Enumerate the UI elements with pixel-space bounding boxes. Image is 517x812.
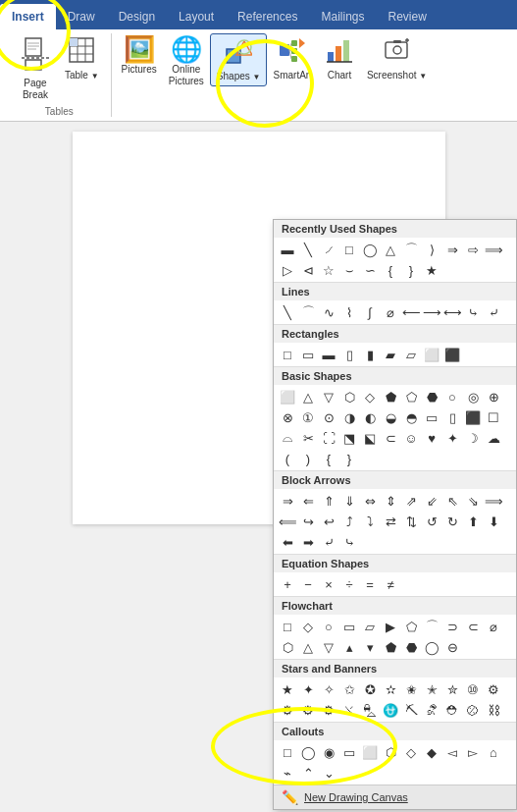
shape-item[interactable]: ⤷	[463, 302, 483, 322]
shape-item[interactable]: ✪	[360, 679, 380, 699]
shape-item[interactable]: ⊖	[442, 637, 462, 657]
shape-item[interactable]: ⟹	[484, 240, 503, 259]
screenshot-button[interactable]: Screenshot ▼	[361, 33, 433, 84]
shape-item[interactable]: ◐	[360, 407, 380, 427]
shape-item[interactable]: ▭	[339, 742, 359, 762]
shape-item[interactable]: ✦	[298, 679, 318, 699]
shape-item[interactable]: □	[339, 240, 359, 259]
shape-item[interactable]: ↩	[319, 512, 338, 531]
shape-item[interactable]: ⬣	[422, 387, 441, 406]
shape-item[interactable]: ⌁	[278, 763, 297, 783]
shape-item[interactable]: ▾	[360, 637, 380, 657]
shape-item[interactable]: ⊗	[278, 407, 297, 427]
shape-item[interactable]: ▬	[319, 345, 338, 364]
shape-item[interactable]: (	[278, 449, 297, 468]
shape-item[interactable]: ⬆	[463, 512, 483, 531]
shape-item[interactable]: ⬛	[442, 345, 462, 364]
shape-item[interactable]: ⟹	[484, 491, 503, 511]
shape-item[interactable]: ✮	[442, 679, 462, 699]
shape-item[interactable]: ◑	[339, 407, 359, 427]
shape-item[interactable]: △	[381, 240, 400, 259]
shape-item[interactable]: ⊲	[298, 260, 318, 280]
shape-item[interactable]: ⤶	[484, 302, 503, 322]
shape-item[interactable]: ⬣	[401, 637, 421, 657]
shape-item[interactable]: ⌂	[484, 742, 503, 762]
shape-item[interactable]: {	[381, 260, 400, 280]
shape-item[interactable]: ⬛	[463, 407, 483, 427]
shape-item[interactable]: ⬔	[339, 428, 359, 448]
shape-item[interactable]: ▱	[401, 345, 421, 364]
shape-item[interactable]: ⬜	[422, 345, 441, 364]
shape-item[interactable]: ╲	[278, 302, 297, 322]
table-button[interactable]: Table ▼	[59, 33, 105, 84]
shape-item[interactable]: ✬	[401, 679, 421, 699]
shape-item[interactable]: ①	[298, 407, 318, 427]
shape-item[interactable]: ⌒	[422, 617, 441, 636]
shape-item[interactable]: ☐	[484, 407, 503, 427]
shape-item[interactable]: ⊂	[463, 617, 483, 636]
shape-item[interactable]: ⇐	[298, 491, 318, 511]
shape-item[interactable]: ⇄	[381, 512, 400, 531]
shape-item[interactable]: ⟶	[422, 302, 441, 322]
shape-item[interactable]: ✂	[298, 428, 318, 448]
tab-references[interactable]: References	[226, 4, 309, 29]
shape-item[interactable]: ⤷	[339, 532, 359, 552]
shape-item[interactable]: ▯	[339, 345, 359, 364]
shape-item[interactable]: ⌓	[278, 428, 297, 448]
shape-item[interactable]: ⛐	[422, 700, 441, 720]
shape-item[interactable]: ▯	[442, 407, 462, 427]
shape-item[interactable]: ⬜	[360, 742, 380, 762]
shape-item[interactable]: ⬟	[381, 387, 400, 406]
shape-item[interactable]: ▮	[360, 345, 380, 364]
chart-button[interactable]: Chart	[318, 33, 361, 84]
shape-item[interactable]: ◯	[298, 742, 318, 762]
shape-item[interactable]: }	[339, 449, 359, 468]
tab-mailings[interactable]: Mailings	[309, 4, 376, 29]
shape-item[interactable]: ◆	[422, 742, 441, 762]
shape-item[interactable]: ⛓	[484, 700, 503, 720]
shape-item[interactable]: ⟵	[401, 302, 421, 322]
shape-item[interactable]: ⬡	[278, 637, 297, 657]
shape-item[interactable]: ✦	[442, 428, 462, 448]
shape-item[interactable]: ⇘	[463, 491, 483, 511]
shape-item[interactable]: ↻	[442, 512, 462, 531]
shape-item[interactable]: ◎	[463, 387, 483, 406]
tab-insert[interactable]: Insert	[0, 4, 56, 29]
shape-item[interactable]: ⬡	[339, 387, 359, 406]
shape-item[interactable]: □	[278, 617, 297, 636]
page-break-button[interactable]: PageBreak	[14, 33, 57, 104]
shape-item[interactable]: ⇕	[381, 491, 400, 511]
shape-item[interactable]: ∿	[319, 302, 338, 322]
shape-item[interactable]: ⌄	[319, 763, 338, 783]
shape-item[interactable]: ∫	[360, 302, 380, 322]
shape-item[interactable]: ✫	[381, 679, 400, 699]
shape-item[interactable]: ◯	[422, 637, 441, 657]
pictures-button[interactable]: 🖼️ Pictures	[116, 33, 163, 79]
shape-item[interactable]: ◇	[401, 742, 421, 762]
shape-item[interactable]: ⇗	[401, 491, 421, 511]
shape-item[interactable]: ⤶	[319, 532, 338, 552]
shape-item[interactable]: ▶	[381, 617, 400, 636]
shape-item[interactable]: ×	[319, 574, 338, 594]
shape-item[interactable]: ✧	[319, 679, 338, 699]
shape-item[interactable]: ∽	[360, 260, 380, 280]
shape-item[interactable]: +	[278, 574, 297, 594]
smartart-button[interactable]: SmartArt	[267, 33, 317, 84]
shape-item[interactable]: ⑩	[463, 679, 483, 699]
shape-item[interactable]: −	[298, 574, 318, 594]
shape-item[interactable]: ⬕	[360, 428, 380, 448]
online-pictures-button[interactable]: 🌐 OnlinePictures	[163, 33, 210, 90]
shape-item[interactable]: ⬡	[381, 742, 400, 762]
shape-item[interactable]: ⚙	[298, 700, 318, 720]
shape-item[interactable]: ⬇	[484, 512, 503, 531]
shape-item[interactable]: ⌒	[298, 302, 318, 322]
shape-item[interactable]: ◓	[401, 407, 421, 427]
shape-item[interactable]: }	[401, 260, 421, 280]
shape-item[interactable]: ☁	[484, 428, 503, 448]
shape-item[interactable]: {	[319, 449, 338, 468]
shape-item[interactable]: ⛎	[381, 700, 400, 720]
shape-item[interactable]: ▷	[278, 260, 297, 280]
shape-item[interactable]: ⬠	[401, 617, 421, 636]
shape-item[interactable]: ▱	[360, 617, 380, 636]
shape-item[interactable]: ▭	[422, 407, 441, 427]
